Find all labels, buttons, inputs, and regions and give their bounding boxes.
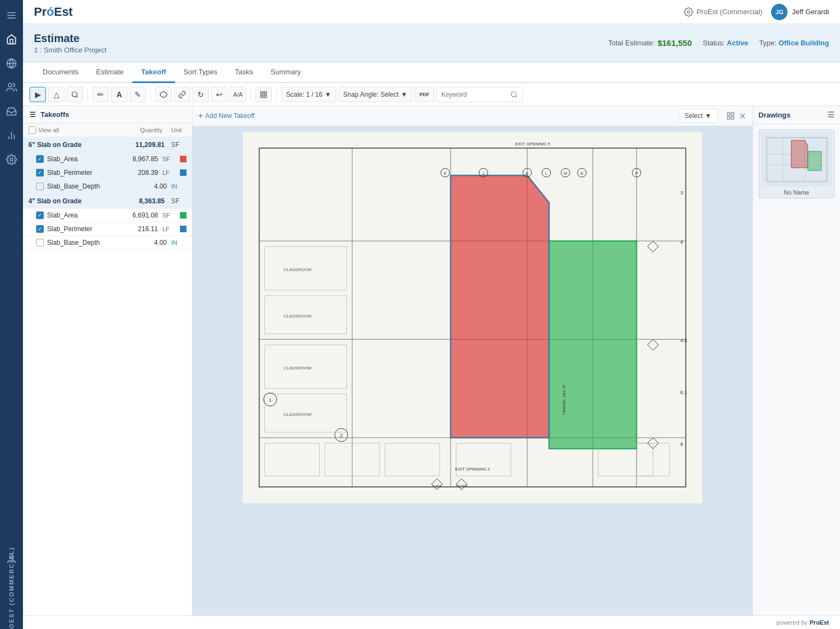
scale-label: Scale: 1 / 16 [286, 91, 323, 98]
svg-text:J: J [482, 172, 485, 175]
svg-text:EXIT OPENING 2: EXIT OPENING 2 [455, 467, 490, 472]
hamburger-icon[interactable] [2, 5, 21, 25]
slab-depth-1-checkbox[interactable] [36, 183, 44, 190]
group-4-unit: SF [171, 197, 186, 205]
slab-area-2-unit: SF [162, 212, 178, 219]
tab-summary[interactable]: Summary [262, 62, 310, 83]
select-chevron-icon: ▼ [705, 112, 711, 120]
global-nav-bar: PróEst ProEst (Commercial) JG Jeff Gerar… [23, 0, 840, 24]
project-name: 1 : Smith Office Project [34, 46, 107, 54]
drawing-thumbnail[interactable]: No Name [759, 130, 835, 198]
close-drawing-icon[interactable] [738, 111, 747, 120]
slab-perim-2-unit: LF [162, 226, 178, 232]
tab-takeoff[interactable]: Takeoff [132, 62, 174, 83]
svg-text:CLASSROOM: CLASSROOM [283, 267, 311, 272]
svg-marker-14 [160, 91, 167, 98]
list-item: Slab_Area 8,967.85 SF [23, 152, 192, 166]
grid-btn[interactable] [255, 87, 272, 102]
undo-btn[interactable]: ↩ [211, 87, 228, 102]
footer-powered-by: powered by [777, 619, 808, 626]
tab-documents[interactable]: Documents [34, 62, 88, 83]
tab-estimate[interactable]: Estimate [88, 62, 133, 83]
slab-perim-1-quantity: 208.39 [125, 169, 158, 177]
drawings-panel-header: Drawings ☰ [753, 106, 840, 124]
separator-2 [150, 89, 151, 101]
floor-plan-svg: CLASSROOM CLASSROOM CLASSROOM CLASSROOM … [243, 132, 702, 503]
takeoffs-list: View all Quantity Unit 6" Slab on Grade … [23, 124, 192, 615]
slab-area-2-checkbox[interactable] [36, 211, 44, 219]
group-6-slab[interactable]: 6" Slab on Grade 11,209.81 SF [23, 137, 192, 152]
keyword-input[interactable] [441, 91, 507, 98]
select-tool-btn[interactable]: ▶ [30, 87, 46, 102]
add-takeoff-button[interactable]: + Add New Takeoff [198, 111, 255, 121]
scale-chevron: ▼ [325, 91, 331, 98]
status-value: Active [727, 39, 748, 47]
user-menu[interactable]: JG Jeff Gerardi [771, 4, 829, 20]
globe-icon[interactable] [2, 54, 21, 73]
link-tool-btn[interactable] [174, 87, 190, 102]
slab-perim-2-checkbox[interactable] [36, 225, 44, 233]
users-icon[interactable] [2, 78, 21, 97]
col-quantity-header: Quantity [140, 127, 162, 133]
total-label: Total Estimate: [608, 39, 655, 47]
group-6-quantity: 11,209.81 [136, 141, 165, 149]
slab-area-1-name: Slab_Area [47, 155, 125, 163]
tab-tasks[interactable]: Tasks [226, 62, 262, 83]
pencil-tool-btn[interactable]: ✏ [92, 87, 109, 102]
page-tabs: Documents Estimate Takeoff Sort Types Ta… [23, 62, 840, 83]
tab-sort-types[interactable]: Sort Types [175, 62, 226, 83]
estimate-title: Estimate [34, 32, 107, 45]
svg-text:CLASSROOM: CLASSROOM [283, 314, 311, 319]
chart-icon[interactable] [2, 126, 21, 145]
drawing-canvas[interactable]: CLASSROOM CLASSROOM CLASSROOM CLASSROOM … [192, 126, 752, 615]
settings-icon[interactable] [2, 150, 21, 169]
svg-marker-37 [451, 175, 549, 438]
slab-area-2-quantity: 6,691.08 [125, 211, 158, 219]
scale-selector[interactable]: Scale: 1 / 16 ▼ [281, 87, 336, 102]
slab-depth-2-checkbox[interactable] [36, 239, 44, 246]
drawings-list-icon[interactable]: ☰ [827, 110, 835, 119]
home-icon[interactable] [2, 30, 21, 49]
keyword-search [436, 87, 523, 102]
header-left: Estimate 1 : Smith Office Project [34, 32, 107, 54]
angle-tool-btn[interactable]: △ [48, 87, 65, 102]
env-selector[interactable]: ProEst (Commercial) [684, 7, 763, 17]
drawing-area: + Add New Takeoff Select ▼ [192, 106, 752, 615]
type-value: Office Building [779, 39, 829, 47]
slab-area-1-checkbox[interactable] [36, 155, 44, 163]
rotate-tool-btn[interactable]: ↻ [192, 87, 209, 102]
view-all-checkbox[interactable] [28, 126, 36, 134]
pdf-btn[interactable]: PDF [415, 87, 434, 102]
svg-text:M: M [564, 172, 567, 175]
svg-text:4: 4 [680, 239, 683, 245]
drawing-toolbar: ▶ △ ✏ A ✎ ↻ ↩ A/A Scale: 1 / 16 ▼ Snap A… [23, 83, 840, 106]
footer-brand: ProEst [810, 619, 829, 626]
svg-rect-17 [261, 95, 263, 97]
slab-depth-1-unit: IN [171, 183, 186, 190]
group-4-quantity: 8,363.85 [139, 197, 165, 205]
fraction-btn[interactable]: A/A [230, 87, 246, 102]
grid-view-icon[interactable] [726, 111, 735, 120]
slab-perim-1-name: Slab_Perimeter [47, 169, 125, 177]
slab-perim-1-checkbox[interactable] [36, 169, 44, 177]
footer: powered by ProEst [23, 615, 840, 629]
slab-perim-1-unit: LF [162, 169, 178, 176]
inbox-icon[interactable] [2, 102, 21, 121]
swatch-blue-2-icon [180, 226, 186, 232]
polygon-tool-btn[interactable] [155, 87, 172, 102]
swatch-red-icon [180, 156, 186, 162]
svg-text:D AT4: D AT4 [433, 484, 442, 487]
snap-selector[interactable]: Snap Angle: Select ▼ [339, 87, 412, 102]
svg-line-13 [77, 96, 78, 97]
panel-header: ☰ Takeoffs [23, 106, 192, 124]
list-item: Slab_Perimeter 208.39 LF [23, 166, 192, 180]
svg-text:L: L [545, 172, 547, 175]
slab-perim-2-quantity: 216.11 [125, 225, 158, 233]
brush-tool-btn[interactable]: ✎ [130, 87, 146, 102]
content-area: ☰ Takeoffs View all Quantity Unit 6" Sla… [23, 106, 840, 615]
drawing-select-button[interactable]: Select ▼ [679, 109, 718, 123]
zoom-tool-btn[interactable] [67, 87, 83, 102]
text-tool-btn[interactable]: A [111, 87, 127, 102]
group-4-slab[interactable]: 4" Slab on Grade 8,363.85 SF [23, 193, 192, 209]
drawings-panel: Drawings ☰ No Name [752, 106, 840, 615]
